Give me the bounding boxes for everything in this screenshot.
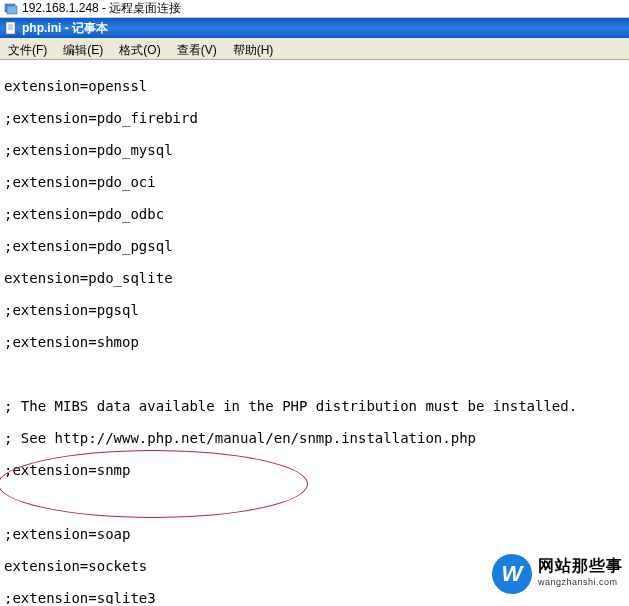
code-line: ;extension=soap <box>4 526 625 542</box>
code-line: ;extension=shmop <box>4 334 625 350</box>
menu-edit[interactable]: 编辑(E) <box>55 40 111 57</box>
notepad-titlebar[interactable]: php.ini - 记事本 <box>0 18 629 38</box>
code-line <box>4 494 625 510</box>
code-line: ; The MIBS data available in the PHP dis… <box>4 398 625 414</box>
svg-rect-2 <box>6 22 15 34</box>
code-line: ;extension=pdo_pgsql <box>4 238 625 254</box>
code-line: ; See http://www.php.net/manual/en/snmp.… <box>4 430 625 446</box>
menubar: 文件(F) 编辑(E) 格式(O) 查看(V) 帮助(H) <box>0 38 629 60</box>
watermark-en: wangzhanshi.com <box>538 574 623 590</box>
notepad-title-text: php.ini - 记事本 <box>22 20 108 37</box>
code-line: ;extension=pdo_odbc <box>4 206 625 222</box>
menu-help[interactable]: 帮助(H) <box>225 40 282 57</box>
code-line: ;extension=snmp <box>4 462 625 478</box>
code-line <box>4 366 625 382</box>
code-line: ;extension=pdo_mysql <box>4 142 625 158</box>
code-line: ;extension=pgsql <box>4 302 625 318</box>
svg-rect-1 <box>7 6 17 14</box>
code-line: ;extension=pdo_oci <box>4 174 625 190</box>
editor-area[interactable]: extension=openssl ;extension=pdo_firebir… <box>0 60 629 604</box>
menu-file[interactable]: 文件(F) <box>0 40 55 57</box>
rdp-title-text: 192.168.1.248 - 远程桌面连接 <box>22 0 181 17</box>
code-line: ;extension=sqlite3 <box>4 590 625 604</box>
rdp-icon <box>4 2 18 16</box>
menu-view[interactable]: 查看(V) <box>169 40 225 57</box>
code-line: extension=openssl <box>4 78 625 94</box>
notepad-icon <box>4 21 18 35</box>
menu-format[interactable]: 格式(O) <box>111 40 168 57</box>
code-line: ;extension=pdo_firebird <box>4 110 625 126</box>
code-line: extension=pdo_sqlite <box>4 270 625 286</box>
code-line: extension=sockets <box>4 558 625 574</box>
rdp-titlebar: 192.168.1.248 - 远程桌面连接 <box>0 0 629 18</box>
